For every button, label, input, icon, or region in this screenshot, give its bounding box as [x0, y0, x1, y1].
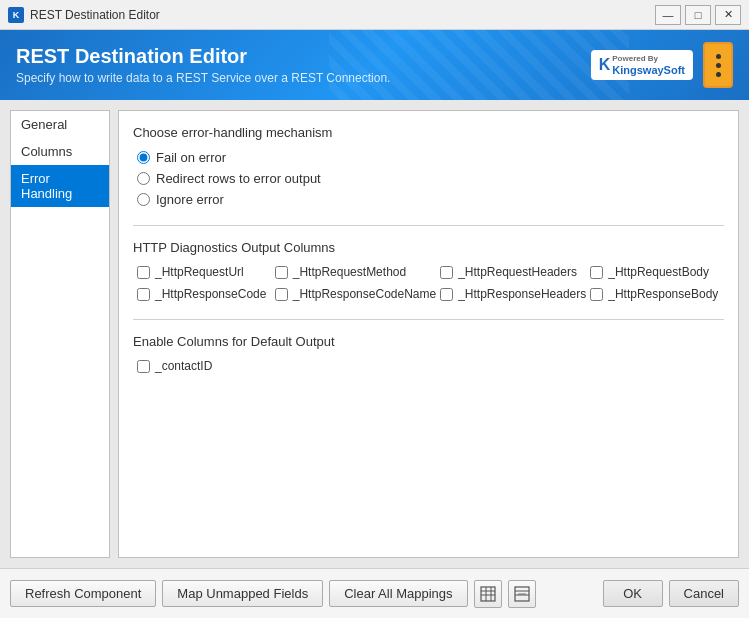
menu-dot-3 [716, 72, 721, 77]
chk-http-request-method-input[interactable] [275, 266, 288, 279]
title-bar: K REST Destination Editor — □ ✕ [0, 0, 749, 30]
default-output-section: Enable Columns for Default Output _conta… [133, 334, 724, 373]
minimize-button[interactable]: — [655, 5, 681, 25]
ok-button[interactable]: OK [603, 580, 663, 607]
footer: Refresh Component Map Unmapped Fields Cl… [0, 568, 749, 618]
map-unmapped-fields-button[interactable]: Map Unmapped Fields [162, 580, 323, 607]
svg-rect-8 [518, 593, 526, 595]
icon-button-1[interactable] [474, 580, 502, 608]
logo-k: K [599, 56, 611, 74]
chk-http-response-headers[interactable]: _HttpResponseHeaders [440, 287, 586, 301]
chk-http-response-code-name-label: _HttpResponseCodeName [293, 287, 436, 301]
chk-http-request-body-label: _HttpRequestBody [608, 265, 709, 279]
chk-contact-id-input[interactable] [137, 360, 150, 373]
right-panel: Choose error-handling mechanism Fail on … [118, 110, 739, 558]
chk-http-request-url-input[interactable] [137, 266, 150, 279]
http-diagnostics-grid: _HttpRequestUrl _HttpRequestMethod _Http… [133, 265, 724, 301]
chk-http-request-method-label: _HttpRequestMethod [293, 265, 406, 279]
header: REST Destination Editor Specify how to w… [0, 30, 749, 100]
radio-fail-on-error-label: Fail on error [156, 150, 226, 165]
default-output-title: Enable Columns for Default Output [133, 334, 724, 349]
radio-fail-on-error-input[interactable] [137, 151, 150, 164]
table-icon-2 [514, 586, 530, 602]
chk-http-response-code-input[interactable] [137, 288, 150, 301]
chk-http-response-body[interactable]: _HttpResponseBody [590, 287, 724, 301]
header-title: REST Destination Editor [16, 45, 390, 68]
radio-fail-on-error[interactable]: Fail on error [137, 150, 724, 165]
radio-redirect-rows-input[interactable] [137, 172, 150, 185]
chk-http-response-code-name[interactable]: _HttpResponseCodeName [275, 287, 436, 301]
divider-2 [133, 319, 724, 320]
logo-text: Powered By KingswaySoft [612, 54, 685, 76]
refresh-component-button[interactable]: Refresh Component [10, 580, 156, 607]
radio-group: Fail on error Redirect rows to error out… [133, 150, 724, 207]
app-icon: K [8, 7, 24, 23]
error-handling-section: Choose error-handling mechanism Fail on … [133, 125, 724, 207]
header-subtitle: Specify how to write data to a REST Serv… [16, 71, 390, 85]
menu-icon[interactable] [703, 42, 733, 88]
chk-http-response-body-label: _HttpResponseBody [608, 287, 718, 301]
chk-http-request-headers-label: _HttpRequestHeaders [458, 265, 577, 279]
nav-item-general[interactable]: General [11, 111, 109, 138]
chk-http-response-headers-label: _HttpResponseHeaders [458, 287, 586, 301]
title-bar-left: K REST Destination Editor [8, 7, 160, 23]
http-diagnostics-section: HTTP Diagnostics Output Columns _HttpReq… [133, 240, 724, 301]
kingsway-logo: K Powered By KingswaySoft [591, 50, 693, 80]
chk-contact-id-label: _contactID [155, 359, 212, 373]
chk-http-request-method[interactable]: _HttpRequestMethod [275, 265, 436, 279]
radio-redirect-rows[interactable]: Redirect rows to error output [137, 171, 724, 186]
chk-http-request-headers[interactable]: _HttpRequestHeaders [440, 265, 586, 279]
main-content: General Columns Error Handling Choose er… [0, 100, 749, 568]
table-icon-1 [480, 586, 496, 602]
chk-http-request-headers-input[interactable] [440, 266, 453, 279]
chk-http-request-body-input[interactable] [590, 266, 603, 279]
menu-dot-2 [716, 63, 721, 68]
radio-ignore-error-label: Ignore error [156, 192, 224, 207]
chk-http-response-code-label: _HttpResponseCode [155, 287, 266, 301]
chk-http-response-code-name-input[interactable] [275, 288, 288, 301]
chk-contact-id[interactable]: _contactID [137, 359, 281, 373]
divider-1 [133, 225, 724, 226]
close-button[interactable]: ✕ [715, 5, 741, 25]
chk-http-request-url-label: _HttpRequestUrl [155, 265, 244, 279]
logo-brand: KingswaySoft [612, 64, 685, 76]
svg-rect-0 [481, 587, 495, 601]
chk-http-request-url[interactable]: _HttpRequestUrl [137, 265, 271, 279]
radio-redirect-rows-label: Redirect rows to error output [156, 171, 321, 186]
left-nav: General Columns Error Handling [10, 110, 110, 558]
chk-http-request-body[interactable]: _HttpRequestBody [590, 265, 724, 279]
chk-http-response-code[interactable]: _HttpResponseCode [137, 287, 271, 301]
clear-all-mappings-button[interactable]: Clear All Mappings [329, 580, 467, 607]
error-handling-title: Choose error-handling mechanism [133, 125, 724, 140]
icon-button-2[interactable] [508, 580, 536, 608]
header-right: K Powered By KingswaySoft [591, 42, 733, 88]
chk-http-response-body-input[interactable] [590, 288, 603, 301]
http-diagnostics-title: HTTP Diagnostics Output Columns [133, 240, 724, 255]
radio-ignore-error[interactable]: Ignore error [137, 192, 724, 207]
radio-ignore-error-input[interactable] [137, 193, 150, 206]
menu-dot-1 [716, 54, 721, 59]
title-bar-controls: — □ ✕ [655, 5, 741, 25]
chk-http-response-headers-input[interactable] [440, 288, 453, 301]
nav-item-error-handling[interactable]: Error Handling [11, 165, 109, 207]
title-bar-text: REST Destination Editor [30, 8, 160, 22]
maximize-button[interactable]: □ [685, 5, 711, 25]
header-text: REST Destination Editor Specify how to w… [16, 45, 390, 85]
nav-item-columns[interactable]: Columns [11, 138, 109, 165]
default-output-grid: _contactID [133, 359, 724, 373]
cancel-button[interactable]: Cancel [669, 580, 739, 607]
